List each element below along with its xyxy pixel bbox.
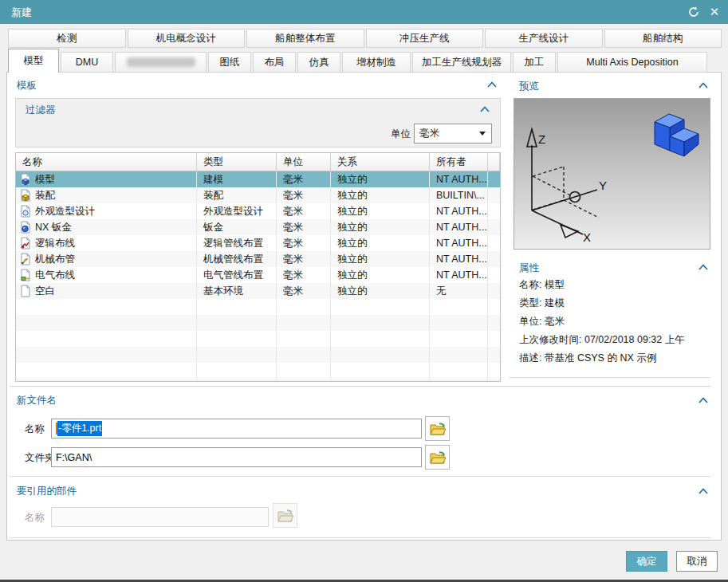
divider — [10, 537, 710, 538]
empty-row — [16, 363, 500, 379]
template-collapse-icon[interactable] — [487, 81, 497, 88]
reference-collapse-icon[interactable] — [698, 488, 708, 494]
properties-section-title: 属性 — [519, 262, 539, 275]
tab-dmu[interactable]: DMU — [61, 52, 113, 73]
reset-button[interactable] — [685, 4, 702, 20]
close-button[interactable]: ✕ — [706, 4, 723, 20]
tab-multi-axis-deposition[interactable]: Multi Axis Deposition — [557, 52, 707, 73]
browse-file-name-button[interactable] — [425, 416, 450, 441]
module-tabs-row: 检测 机电概念设计 船舶整体布置 冲压生产线 生产线设计 船舶结构 — [8, 29, 722, 48]
titlebar: 新建 ✕ — [0, 0, 728, 24]
tab-simulation[interactable]: 仿真 — [297, 52, 340, 73]
tab-model[interactable]: 模型 — [8, 49, 59, 73]
tab-redacted[interactable] — [115, 52, 207, 73]
y-axis-label: Y — [599, 179, 607, 192]
tab-line-planner[interactable]: 加工生产线规划器 — [412, 52, 511, 73]
template-table: 名称 类型 单位 关系 所有者 模型 建模 毫米 独立的 NT AUTH... … — [15, 152, 501, 382]
new-file-name-section-title: 新文件名 — [17, 394, 57, 407]
divider — [10, 476, 710, 477]
folder-label: 文件夹 — [25, 451, 55, 465]
z-axis-label: Z — [538, 132, 545, 146]
template-row-electrical-routing[interactable]: 电气布线 电气管线布置 毫米 独立的 NT AUTH... — [16, 267, 500, 283]
cancel-button[interactable]: 取消 — [676, 551, 718, 572]
column-header-owner[interactable]: 所有者 — [430, 153, 488, 171]
x-axis-label: X — [583, 230, 591, 244]
empty-row — [16, 331, 500, 347]
blank-page-icon — [19, 285, 32, 297]
file-name-input[interactable]: -零件1.prt — [51, 419, 422, 438]
template-preview-image: Z Y X — [514, 98, 710, 250]
template-row-blank[interactable]: 空白 基本环境 毫米 独立的 无 — [16, 283, 500, 299]
mechanical-routing-icon — [19, 253, 32, 265]
tab-ship-structure[interactable]: 船舶结构 — [604, 29, 722, 48]
preview-collapse-icon[interactable] — [698, 82, 708, 88]
ok-button[interactable]: 确定 — [626, 551, 667, 572]
file-name-value: -零件1.prt — [57, 421, 102, 436]
tab-additive-manufacturing[interactable]: 增材制造 — [342, 52, 411, 73]
redacted-label — [127, 57, 195, 67]
shape-studio-icon — [19, 205, 32, 218]
units-value: 毫米 — [415, 127, 479, 140]
column-header-name[interactable]: 名称 — [16, 153, 197, 171]
reference-name-label: 名称 — [25, 511, 45, 525]
template-row-mechanical-routing[interactable]: 机械布管 机械管线布置 毫米 独立的 NT AUTH... — [16, 251, 500, 267]
column-header-units[interactable]: 单位 — [277, 153, 331, 171]
open-folder-icon — [277, 508, 294, 523]
new-file-collapse-icon[interactable] — [698, 397, 708, 403]
sheet-metal-icon — [19, 221, 32, 234]
template-section-title: 模板 — [17, 79, 37, 92]
property-units: 单位: 毫米 — [519, 315, 565, 328]
csys-preview-drawing: Z Y X — [514, 99, 710, 249]
folder-input[interactable] — [51, 447, 422, 467]
properties-collapse-icon[interactable] — [698, 264, 708, 270]
empty-row — [16, 315, 500, 331]
tab-drawing[interactable]: 图纸 — [208, 52, 251, 73]
tab-production-line-design[interactable]: 生产线设计 — [485, 29, 603, 48]
logical-routing-icon — [19, 237, 32, 250]
property-last-modified: 上次修改时间: 07/02/2018 09:32 上午 — [519, 333, 685, 347]
filter-group: 过滤器 单位 毫米 — [15, 98, 501, 147]
preview-section-title: 预览 — [519, 80, 539, 93]
content-panel: 模板 过滤器 单位 毫米 名称 类型 单位 关系 所有者 模型 建模 毫米 独立… — [6, 72, 722, 541]
electrical-routing-icon — [19, 269, 32, 281]
tab-machining[interactable]: 加工 — [513, 52, 556, 73]
reset-icon — [687, 6, 700, 18]
assembly-icon — [19, 189, 32, 202]
empty-row — [16, 379, 500, 382]
table-header-row: 名称 类型 单位 关系 所有者 — [16, 153, 500, 171]
reference-part-section-title: 要引用的部件 — [17, 485, 77, 498]
template-row-shape-studio[interactable]: 外观造型设计 外观造型设计 毫米 独立的 NT AUTH... — [16, 203, 500, 219]
template-row-sheet-metal[interactable]: NX 钣金 钣金 毫米 独立的 NT AUTH... — [16, 219, 500, 235]
file-name-label: 名称 — [25, 423, 45, 436]
tab-ship-general-arrangement[interactable]: 船舶整体布置 — [246, 29, 364, 48]
model-part-icon — [19, 173, 32, 186]
tab-stamping-line[interactable]: 冲压生产线 — [366, 29, 484, 48]
open-folder-icon — [429, 421, 447, 436]
template-row-assembly[interactable]: 装配 装配 毫米 独立的 BUILTIN\... — [16, 187, 500, 203]
reference-name-input — [51, 507, 269, 527]
divider — [10, 386, 710, 387]
browse-reference-button — [273, 503, 297, 528]
filter-collapse-icon[interactable] — [480, 106, 490, 112]
template-row-logical-routing[interactable]: 逻辑布线 逻辑管线布置 毫米 独立的 NT AUTH... — [16, 235, 500, 251]
divider — [510, 377, 710, 378]
property-description: 描述: 带基准 CSYS 的 NX 示例 — [519, 352, 656, 365]
chevron-down-icon — [479, 132, 486, 136]
open-folder-icon — [429, 450, 447, 465]
tab-detection[interactable]: 检测 — [8, 29, 126, 48]
tab-layout[interactable]: 布局 — [253, 52, 296, 73]
column-header-spacer — [488, 153, 500, 171]
column-header-relationship[interactable]: 关系 — [331, 153, 430, 171]
units-dropdown[interactable]: 毫米 — [414, 124, 492, 144]
property-name: 名称: 模型 — [519, 278, 565, 292]
browse-folder-button[interactable] — [425, 445, 450, 470]
empty-row — [16, 299, 500, 315]
window-title: 新建 — [11, 6, 32, 20]
units-label: 单位 — [391, 128, 411, 141]
tab-mechatronics-concept[interactable]: 机电概念设计 — [128, 29, 246, 48]
property-type: 类型: 建模 — [519, 297, 565, 310]
column-header-type[interactable]: 类型 — [197, 153, 277, 171]
close-icon: ✕ — [710, 5, 720, 19]
empty-row — [16, 347, 500, 363]
template-row-model[interactable]: 模型 建模 毫米 独立的 NT AUTH... — [16, 171, 500, 187]
